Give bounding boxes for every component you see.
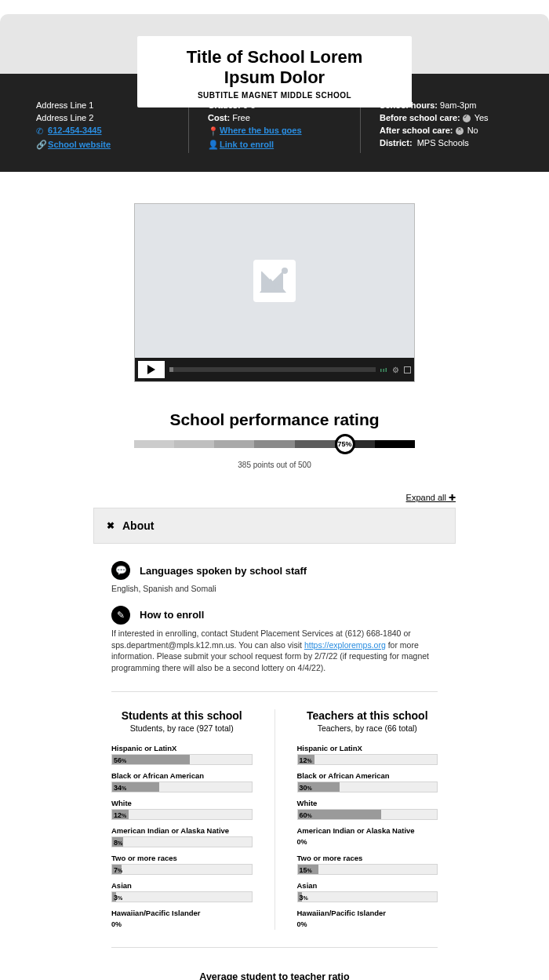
school-website-link[interactable]: School website xyxy=(48,140,111,149)
pencil-icon: ✎ xyxy=(111,606,130,625)
phone-link[interactable]: 612-454-3445 xyxy=(48,126,102,135)
rating-points: 385 points out of 500 xyxy=(0,461,549,469)
students-chart: Students at this school Students, by rac… xyxy=(111,709,253,930)
expand-all-label: Expand all xyxy=(406,493,446,502)
bar-track: 34% xyxy=(111,781,253,792)
bar-label: Black or African American xyxy=(297,771,438,780)
enroll-text: If interested in enrolling, contact Stud… xyxy=(111,628,438,674)
bar-value: 0% xyxy=(297,836,438,847)
rating-badge: 75% xyxy=(335,434,355,454)
teachers-chart-title: Teachers at this school xyxy=(297,709,438,722)
hero-band: Title of School Lorem Ipsum Dolor SUBTIT… xyxy=(0,14,549,74)
bar-label: Two or more races xyxy=(297,854,438,862)
students-chart-title: Students at this school xyxy=(111,709,253,722)
bar-track: 3% xyxy=(111,891,253,902)
fullscreen-icon[interactable] xyxy=(404,366,411,373)
rating-heading: School performance rating xyxy=(0,410,549,429)
video-player: ııl ⚙ xyxy=(134,203,415,382)
x-icon xyxy=(456,127,464,135)
bar-track: 60% xyxy=(297,809,438,820)
image-placeholder-icon xyxy=(253,260,296,302)
bar-value: 60% xyxy=(300,810,312,822)
info-divider xyxy=(188,100,189,153)
about-content: 💬 Languages spoken by school staff Engli… xyxy=(111,561,438,980)
video-canvas[interactable] xyxy=(135,204,414,358)
bar-label: Hispanic or LatinX xyxy=(111,744,253,752)
bar-label: Hawaiian/Pacific Islander xyxy=(297,909,438,917)
bar-row: Asian3% xyxy=(111,881,253,902)
page-title: Title of School Lorem Ipsum Dolor xyxy=(162,47,387,88)
bar-value: 0% xyxy=(111,919,253,930)
title-card: Title of School Lorem Ipsum Dolor SUBTIT… xyxy=(137,36,412,107)
bar-label: White xyxy=(297,799,438,807)
signal-icon: ııl xyxy=(380,366,387,373)
bus-link[interactable]: Where the bus goes xyxy=(220,126,302,135)
bar-track: 3% xyxy=(297,891,438,902)
about-accordion-header[interactable]: ✖ About xyxy=(93,508,456,544)
bar-track: 12% xyxy=(111,809,253,820)
district-label: District: xyxy=(380,138,413,148)
divider xyxy=(111,691,438,692)
bar-track: 7% xyxy=(111,864,253,875)
bar-track: 30% xyxy=(297,781,438,792)
after-care-label: After school care: xyxy=(380,126,453,135)
bar-label: Hispanic or LatinX xyxy=(297,744,438,752)
teachers-chart-subtitle: Teachers, by race (66 total) xyxy=(297,723,438,733)
bar-value: 34% xyxy=(114,782,126,794)
bar-row: American Indian or Alaska Native8% xyxy=(111,826,253,847)
check-icon xyxy=(463,115,471,122)
rating-bar: 75% xyxy=(134,440,415,448)
bar-row: Hawaiian/Pacific Islander0% xyxy=(111,909,253,930)
gear-icon[interactable]: ⚙ xyxy=(392,366,399,374)
link-icon: 🔗 xyxy=(36,140,45,150)
bar-track: 8% xyxy=(111,836,253,847)
enroll-info-link[interactable]: https://exploremps.org xyxy=(304,640,386,650)
bar-value: 15% xyxy=(300,865,312,876)
bar-row: Hispanic or LatinX12% xyxy=(297,744,438,765)
ratio-heading: Average student to teacher ratio xyxy=(111,971,438,980)
bar-row: Two or more races15% xyxy=(297,854,438,875)
bar-label: White xyxy=(111,799,253,807)
enroll-link[interactable]: Link to enroll xyxy=(220,140,274,149)
video-progress[interactable] xyxy=(169,367,376,372)
enroll-heading: How to enroll xyxy=(140,609,204,621)
languages-heading: Languages spoken by school staff xyxy=(140,565,307,577)
bar-value: 30% xyxy=(300,782,312,794)
bar-value: 0% xyxy=(297,919,438,930)
bar-value: 12% xyxy=(300,755,312,767)
person-icon: 👤 xyxy=(208,140,217,150)
info-col-hours: School hours: 9am-3pm Before school care… xyxy=(365,100,527,153)
bar-value: 3% xyxy=(300,892,308,904)
bar-label: American Indian or Alaska Native xyxy=(297,826,438,835)
demographics: Students at this school Students, by rac… xyxy=(111,709,438,930)
bar-row: White12% xyxy=(111,799,253,820)
bar-label: Asian xyxy=(111,881,253,890)
chat-icon: 💬 xyxy=(111,561,130,580)
hours-value: 9am-3pm xyxy=(440,100,476,110)
before-care-value: Yes xyxy=(474,113,489,122)
after-care-value: No xyxy=(467,126,478,135)
bar-label: Black or African American xyxy=(111,771,253,780)
bar-track: 56% xyxy=(111,754,253,765)
info-col-details: Grades: 6-8 Cost: Free 📍 Where the bus g… xyxy=(194,100,355,153)
play-icon xyxy=(147,365,155,374)
phone-icon: ✆ xyxy=(36,126,45,137)
pin-icon: 📍 xyxy=(208,126,217,137)
expand-all[interactable]: Expand all ✚ xyxy=(93,493,456,503)
bar-track: 15% xyxy=(297,864,438,875)
bar-row: Hispanic or LatinX56% xyxy=(111,744,253,765)
students-chart-subtitle: Students, by race (927 total) xyxy=(111,723,253,733)
bar-value: 7% xyxy=(114,865,122,876)
cost-value: Free xyxy=(232,113,250,122)
play-button[interactable] xyxy=(138,361,165,378)
bar-track: 12% xyxy=(297,754,438,765)
before-care-label: Before school care: xyxy=(380,113,460,122)
bar-row: Black or African American34% xyxy=(111,771,253,792)
info-col-address: Address Line 1 Address Line 2 ✆ 612-454-… xyxy=(22,100,184,153)
teachers-chart: Teachers at this school Teachers, by rac… xyxy=(297,709,438,930)
bar-label: Asian xyxy=(297,881,438,890)
bar-row: Asian3% xyxy=(297,881,438,902)
languages-text: English, Spanish and Somali xyxy=(111,583,438,595)
bar-row: Black or African American30% xyxy=(297,771,438,792)
bar-row: Two or more races7% xyxy=(111,854,253,875)
